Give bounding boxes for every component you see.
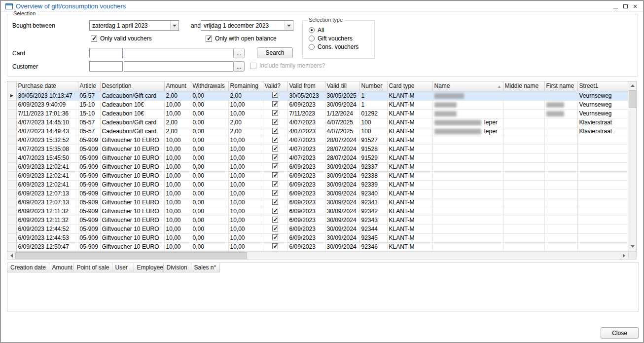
- column-header-amount[interactable]: Amount: [164, 81, 191, 91]
- column-header-street1[interactable]: Street1: [577, 81, 628, 91]
- detail-column-header-point-of-sale[interactable]: Point of sale: [73, 263, 112, 272]
- row-selector-cell[interactable]: [7, 118, 16, 127]
- column-header-card-type[interactable]: Card type: [387, 81, 432, 91]
- row-selector-cell[interactable]: [7, 162, 16, 171]
- cell-valid-till: 30/09/2024: [325, 233, 359, 242]
- column-header-valid[interactable]: Valid?: [263, 81, 287, 91]
- horizontal-scrollbar-thumb[interactable]: [15, 252, 247, 259]
- radio-all[interactable]: All: [309, 26, 358, 34]
- row-selector-cell[interactable]: [7, 207, 16, 216]
- row-selector-cell[interactable]: [7, 153, 16, 162]
- detail-column-header-creation-date[interactable]: Creation date: [7, 263, 49, 272]
- table-row[interactable]: 6/09/2023 12:44:5205-909Giftvoucher 10 E…: [7, 225, 628, 233]
- column-header-number[interactable]: Number: [359, 81, 387, 91]
- row-selector-cell[interactable]: ▶: [7, 91, 16, 100]
- detail-column-header-amount[interactable]: Amount: [49, 263, 73, 272]
- table-row[interactable]: 6/09/2023 12:44:5305-909Giftvoucher 10 E…: [7, 233, 628, 242]
- table-row[interactable]: ▶30/05/2023 10:13:4705-57Cadeaubon/Gift …: [7, 91, 628, 100]
- column-header-valid-from[interactable]: Valid from: [287, 81, 325, 91]
- row-selector-cell[interactable]: [7, 242, 16, 251]
- row-selector-cell[interactable]: [7, 180, 16, 189]
- customer-code-input[interactable]: [89, 61, 123, 72]
- column-header-withdrawals[interactable]: Withdrawals: [191, 81, 228, 91]
- chevron-down-icon[interactable]: [170, 21, 178, 30]
- cell-number: 92339: [359, 180, 387, 189]
- table-row[interactable]: 6/09/2023 12:02:4105-909Giftvoucher 10 E…: [7, 162, 628, 171]
- detail-column-header-employee[interactable]: Employee: [134, 263, 163, 272]
- row-selector-cell[interactable]: [7, 127, 16, 136]
- table-row[interactable]: 6/09/2023 9:40:0915-10Cadeaubon 10€10,00…: [7, 100, 628, 109]
- card-name-input[interactable]: [124, 48, 233, 58]
- table-row[interactable]: 6/09/2023 12:11:3205-909Giftvoucher 10 E…: [7, 216, 628, 225]
- card-code-input[interactable]: [89, 48, 123, 58]
- row-selector-cell[interactable]: [7, 225, 16, 233]
- arrow-down-icon: [631, 245, 635, 248]
- column-header-name[interactable]: Name▲: [432, 81, 503, 91]
- date-from-combobox[interactable]: zaterdag 1 april 2023: [89, 20, 179, 31]
- table-row[interactable]: 6/09/2023 12:02:4105-909Giftvoucher 10 E…: [7, 171, 628, 180]
- row-selector-cell[interactable]: [7, 136, 16, 145]
- only-open-balance-checkbox[interactable]: Only with open balance: [206, 35, 277, 42]
- customer-lookup-button[interactable]: ...: [233, 61, 245, 72]
- column-header-label: Valid?: [265, 82, 281, 89]
- row-selector-cell[interactable]: [7, 171, 16, 180]
- close-button[interactable]: Close: [601, 327, 639, 339]
- cell-card-type: KLANT-M: [387, 189, 432, 198]
- row-selector-cell[interactable]: [7, 198, 16, 207]
- radio-cons-vouchers[interactable]: Cons. vouchers: [309, 42, 358, 51]
- column-header-valid-till[interactable]: Valid till: [325, 81, 359, 91]
- row-selector-cell[interactable]: [7, 189, 16, 198]
- horizontal-scrollbar[interactable]: [7, 251, 637, 260]
- table-row[interactable]: 6/09/2023 12:50:4705-909Giftvoucher 10 E…: [7, 242, 628, 251]
- row-selector-cell[interactable]: [7, 216, 16, 225]
- scroll-right-button[interactable]: [620, 252, 628, 259]
- selection-group: Selection Bought between zaterdag 1 apri…: [7, 14, 638, 77]
- table-row[interactable]: 6/09/2023 12:11:3205-909Giftvoucher 10 E…: [7, 207, 628, 216]
- vouchers-body: ▶30/05/2023 10:13:4705-57Cadeaubon/Gift …: [7, 91, 628, 251]
- table-row[interactable]: 4/07/2023 14:49:4305-57Cadeaubon/Gift ca…: [7, 127, 628, 136]
- detail-column-header-sales-n[interactable]: Sales n°: [191, 263, 219, 272]
- detail-column-header-division[interactable]: Division: [163, 263, 191, 272]
- scroll-down-button[interactable]: [628, 242, 637, 251]
- table-row[interactable]: 4/07/2023 15:45:5005-909Giftvoucher 10 E…: [7, 153, 628, 162]
- column-header-article[interactable]: Article: [78, 81, 100, 91]
- column-header-remaining[interactable]: Remaining: [228, 81, 263, 91]
- customer-name-input[interactable]: [124, 61, 233, 72]
- vertical-scrollbar-thumb[interactable]: [629, 90, 636, 108]
- column-header-label: Remaining: [230, 82, 258, 89]
- row-selector-cell[interactable]: [7, 109, 16, 118]
- column-header-purchase-date[interactable]: Purchase date: [16, 81, 78, 91]
- cell-purchase-date: 7/11/2023 17:01:36: [16, 109, 78, 118]
- search-button[interactable]: Search: [257, 47, 293, 58]
- table-row[interactable]: 4/07/2023 15:35:0805-909Giftvoucher 10 E…: [7, 145, 628, 153]
- row-selector-cell[interactable]: [7, 145, 16, 153]
- column-header-first-name[interactable]: First name: [544, 81, 577, 91]
- row-selector-cell[interactable]: [7, 233, 16, 242]
- table-row[interactable]: 6/09/2023 12:07:1305-909Giftvoucher 10 E…: [7, 189, 628, 198]
- column-header-description[interactable]: Description: [100, 81, 164, 91]
- vertical-scrollbar[interactable]: [628, 81, 636, 251]
- table-row[interactable]: 4/07/2023 14:45:1005-57Cadeaubon/Gift ca…: [7, 118, 628, 127]
- app-window: Overview of gift/consumption vouchers ✕ …: [0, 0, 644, 343]
- card-lookup-button[interactable]: ...: [233, 48, 245, 58]
- cell-street1: [577, 162, 628, 171]
- minimize-button[interactable]: [610, 2, 620, 10]
- sort-ascending-icon: ▲: [498, 84, 501, 89]
- scroll-left-button[interactable]: [7, 252, 16, 259]
- date-to-combobox[interactable]: vrijdag 1 december 2023: [201, 20, 293, 31]
- table-row[interactable]: 4/07/2023 15:32:5205-909Giftvoucher 10 E…: [7, 136, 628, 145]
- scroll-up-button[interactable]: [628, 81, 637, 90]
- only-valid-vouchers-checkbox[interactable]: Only valid vouchers: [91, 35, 152, 42]
- table-row[interactable]: 7/11/2023 17:01:3615-10Cadeaubon 10€10,0…: [7, 109, 628, 118]
- row-selector-cell[interactable]: [7, 100, 16, 109]
- maximize-button[interactable]: [620, 2, 630, 10]
- cell-article: 05-57: [78, 91, 100, 100]
- chevron-down-icon[interactable]: [285, 21, 292, 30]
- include-family-members-checkbox[interactable]: Include family members?: [250, 62, 325, 69]
- table-row[interactable]: 6/09/2023 12:07:1305-909Giftvoucher 10 E…: [7, 198, 628, 207]
- close-window-button[interactable]: ✕: [630, 2, 640, 10]
- column-header-middle-name[interactable]: Middle name: [503, 81, 544, 91]
- table-row[interactable]: 6/09/2023 12:02:4105-909Giftvoucher 10 E…: [7, 180, 628, 189]
- radio-gift-vouchers[interactable]: Gift vouchers: [309, 34, 358, 42]
- detail-column-header-user[interactable]: User: [112, 263, 134, 272]
